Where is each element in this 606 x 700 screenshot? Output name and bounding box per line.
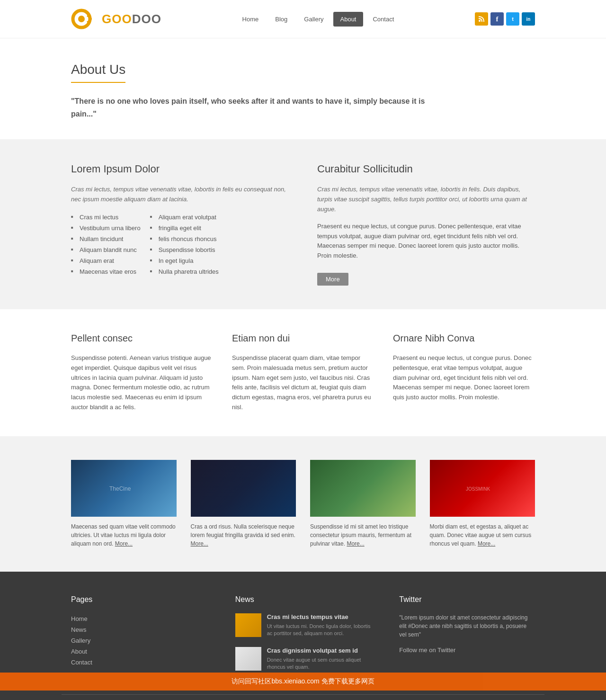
main-nav: Home Blog Gallery About Contact [235,12,401,27]
svg-text:JOSSMINK: JOSSMINK [466,486,490,492]
gallery-item-2: Cras a ord risus. Nulla scelerisque nequ… [191,460,296,548]
nav-gallery[interactable]: Gallery [297,12,330,27]
ornare-heading: Ornare Nibh Conva [393,333,535,344]
footer-link-about[interactable]: About [71,646,207,657]
ornare-col: Ornare Nibh Conva Praesent eu neque lect… [393,333,535,413]
thumb-image-4: JOSSMINK [463,476,501,500]
pellent-body: Suspendisse potenti. Aenean varius trist… [71,353,213,413]
footer-link-home[interactable]: Home [71,613,207,624]
list-item: Aliquam erat [71,255,141,266]
gallery-thumb-1[interactable]: TheCine [71,460,177,517]
gallery-item-4: JOSSMINK Morbi diam est, et egestas a, a… [430,460,535,548]
news-thumb-1 [235,613,261,637]
thumb-image-3 [344,476,382,500]
footer-news-heading: News [235,595,371,604]
pellent-heading: Pellent consec [71,333,213,344]
twitter-follow-link[interactable]: Follow me on Twitter [399,645,535,655]
list-item: Nulla pharetra ultrides [150,266,219,277]
list-item: Vestibulum urna libero [71,223,141,233]
news-content-2: Cras dignissim volutpat sem id Donec vit… [267,647,371,671]
gallery-thumb-4[interactable]: JOSSMINK [430,460,535,517]
gallery-thumb-2[interactable] [191,460,296,517]
news-body-2: Donec vitae augue ut sem cursus aliquet … [267,656,371,671]
list-item: fringilla eget elit [150,223,219,233]
gallery-caption-3: Suspendisse id mi sit amet leo tristique… [310,522,416,548]
thumb-image-1: TheCine [105,476,143,500]
social-icons: f t in [475,12,535,26]
rss-icon[interactable] [475,12,488,26]
etiam-col: Etiam non dui Suspendisse placerat quam … [232,333,374,413]
footer-twitter-heading: Twitter [399,595,535,604]
list-item: In eget ligula [150,255,219,266]
lorem-italic: Cras mi lectus, tempus vitae venenatis v… [71,185,289,205]
nav-about[interactable]: About [333,12,364,27]
lorem-heading: Lorem Ipsum Dolor [71,163,289,175]
footer-pages-heading: Pages [71,595,207,604]
about-quote: "There is no one who loves pain itself, … [71,95,426,120]
gallery-caption-2: Cras a ord risus. Nulla scelerisque nequ… [191,522,296,548]
nav-blog[interactable]: Blog [268,12,294,27]
watermark: 访问回写社区bbs.xieniao.com 免费下载更多网页 [0,673,606,691]
gallery-caption-4: Morbi diam est, et egestas a, aliquet ac… [430,522,535,548]
footer-bottom: Copyright © 2048 Your Company Name Desig… [62,694,544,700]
curabitur-body: Praesent eu neque lectus, ut congue puru… [317,222,535,261]
news-body-1: Ut vitae luctus mi. Donec ligula dolor, … [267,623,371,637]
list-item: felis rhoncus rhoncus [150,233,219,244]
footer-news-col: News Cras mi lectus tempus vitae Ut vita… [235,595,371,681]
footer-link-news[interactable]: News [71,624,207,635]
gallery-thumb-3[interactable] [310,460,416,517]
footer-link-contact[interactable]: Contact [71,657,207,668]
pellent-col: Pellent consec Suspendisse potenti. Aene… [71,333,213,413]
linkedin-icon[interactable]: in [522,12,535,26]
curabitur-heading: Curabitur Sollicitudin [317,163,535,175]
twitter-icon[interactable]: t [506,12,519,26]
footer-link-gallery[interactable]: Gallery [71,635,207,646]
thumb-image-2 [224,476,262,500]
list-item: Maecenas vitae eros [71,266,141,277]
about-heading: About Us [71,62,125,83]
list-item: Cras mi lectus [71,212,141,223]
svg-point-1 [78,16,85,22]
about-hero-section: About Us "There is no one who loves pain… [62,38,544,139]
svg-rect-6 [344,476,382,500]
nav-home[interactable]: Home [235,12,266,27]
curabitur-italic: Cras mi lectus, tempus vitae venenatis v… [317,185,535,214]
gallery-item-1: TheCine Maecenas sed quam vitae velit co… [71,460,177,548]
site-header: GOODOO Home Blog Gallery About Contact f… [0,0,606,38]
logo-text: GOODOO [102,12,161,27]
gallery-section: TheCine Maecenas sed quam vitae velit co… [0,436,606,572]
logo-icon [71,7,99,31]
svg-text:TheCine: TheCine [109,485,131,492]
news-item-2: Cras dignissim volutpat sem id Donec vit… [235,647,371,671]
gallery-more-4[interactable]: More... [478,540,495,547]
etiam-body: Suspendisse placerat quam diam, vitae te… [232,353,374,413]
gallery-more-3[interactable]: More... [347,540,364,547]
lorem-ipsum-col: Lorem Ipsum Dolor Cras mi lectus, tempus… [71,163,289,286]
svg-rect-5 [224,476,262,500]
gallery-more-2[interactable]: More... [191,540,208,547]
gray-section: Lorem Ipsum Dolor Cras mi lectus, tempus… [0,139,606,309]
svg-point-2 [479,20,481,22]
gallery-more-1[interactable]: More... [115,540,133,547]
nav-contact[interactable]: Contact [365,12,401,27]
curabitur-col: Curabitur Sollicitudin Cras mi lectus, t… [317,163,535,286]
three-col-section: Pellent consec Suspendisse potenti. Aene… [62,309,544,436]
logo[interactable]: GOODOO [71,7,161,31]
facebook-icon[interactable]: f [490,12,504,26]
more-button[interactable]: More [317,273,348,286]
news-content-1: Cras mi lectus tempus vitae Ut vitae luc… [267,613,371,637]
list-item: Suspendisse lobortis [150,244,219,255]
news-title-2: Cras dignissim volutpat sem id [267,647,371,654]
news-thumb-2 [235,647,261,671]
list-item: Nullam tincidunt [71,233,141,244]
list-right: Aliquam erat volutpat fringilla eget eli… [150,212,219,277]
news-title-1: Cras mi lectus tempus vitae [267,613,371,620]
list-item: Aliquam blandit nunc [71,244,141,255]
gallery-caption-1: Maecenas sed quam vitae velit commodo ul… [71,522,177,548]
list-item: Aliquam erat volutpat [150,212,219,223]
footer-pages-col: Pages Home News Gallery About Contact [71,595,207,681]
twitter-quote: "Lorem ipsum dolor sit amet consectetur … [399,613,535,639]
gallery-item-3: Suspendisse id mi sit amet leo tristique… [310,460,416,548]
news-item-1: Cras mi lectus tempus vitae Ut vitae luc… [235,613,371,637]
ornare-body: Praesent eu neque lectus, ut congue puru… [393,353,535,403]
